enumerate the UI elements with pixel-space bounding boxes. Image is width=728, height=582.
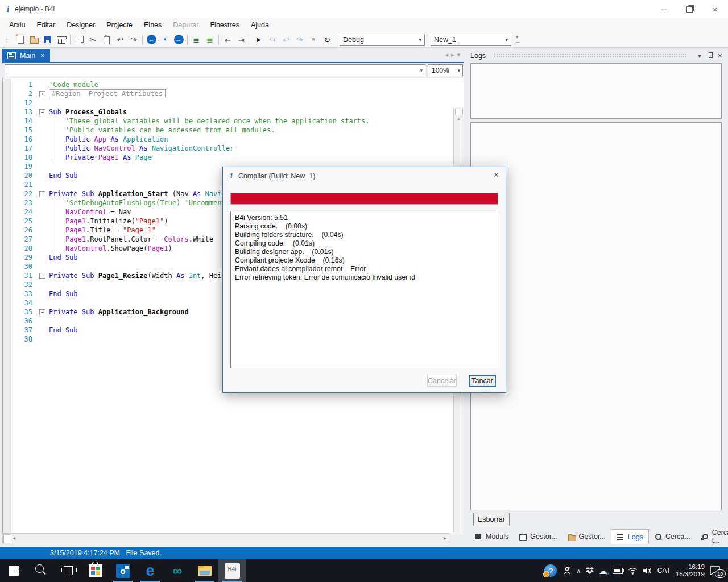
line-number[interactable]: 24 bbox=[3, 207, 39, 217]
line-number[interactable]: 29 bbox=[3, 253, 39, 262]
collapse-icon[interactable]: − bbox=[39, 191, 46, 197]
outlook-button[interactable]: o bbox=[109, 559, 136, 582]
toolbar-grip[interactable]: ⋮ bbox=[0, 33, 14, 47]
redo-icon[interactable]: ↷ bbox=[127, 33, 140, 47]
start-button[interactable] bbox=[0, 559, 27, 582]
dialog-close-icon[interactable]: × bbox=[494, 171, 499, 180]
file-explorer-button[interactable] bbox=[191, 559, 218, 582]
tab-scroll-arrows[interactable]: ◂▸▾ bbox=[445, 51, 463, 59]
horizontal-scrollbar[interactable]: ◂ ▸ bbox=[2, 533, 449, 543]
line-number[interactable]: 34 bbox=[3, 298, 39, 307]
line-number[interactable]: 23 bbox=[3, 198, 39, 207]
comment-icon[interactable]: ≣ bbox=[189, 33, 203, 47]
line-number[interactable]: 13 bbox=[3, 107, 39, 117]
restore-button[interactable] bbox=[677, 0, 702, 18]
navigate-forward-icon[interactable]: → bbox=[172, 33, 185, 47]
menu-item-finestres[interactable]: Finestres bbox=[204, 19, 245, 31]
step-over-icon[interactable]: ↪ bbox=[266, 33, 279, 47]
panel-tab-magnifier[interactable]: Cerca... bbox=[649, 529, 696, 544]
tancar-button[interactable]: Tancar bbox=[469, 375, 496, 387]
pin-icon[interactable] bbox=[708, 52, 713, 60]
code-line-17[interactable]: 17 Public NavControl As NavigationContro… bbox=[3, 144, 464, 153]
indent-icon[interactable]: ⇥ bbox=[234, 33, 248, 47]
scroll-left-icon[interactable]: ◂ bbox=[13, 535, 15, 541]
tab-close-icon[interactable]: × bbox=[40, 52, 45, 59]
sync-tray-icon[interactable]: ☁↻ bbox=[599, 567, 607, 575]
clock[interactable]: 16:19 15/3/2019 bbox=[676, 563, 705, 578]
zoom-dropdown[interactable]: 100% ▾ bbox=[428, 64, 463, 76]
panel-tab-folder[interactable]: Gestor... bbox=[562, 529, 611, 544]
line-number[interactable]: 38 bbox=[3, 335, 39, 344]
line-number[interactable]: 25 bbox=[3, 217, 39, 226]
new-file-icon[interactable] bbox=[14, 33, 27, 47]
rebuild-icon[interactable]: ↻ bbox=[320, 33, 334, 47]
undo-icon[interactable]: ↶ bbox=[113, 33, 127, 47]
line-number[interactable]: 27 bbox=[3, 235, 39, 244]
run-icon[interactable]: ▶ bbox=[252, 33, 266, 47]
collapse-icon[interactable]: − bbox=[39, 273, 46, 279]
close-button[interactable]: × bbox=[702, 0, 728, 18]
action-center-button[interactable]: 10 bbox=[710, 566, 722, 576]
scroll-right-icon[interactable]: ▸ bbox=[444, 535, 446, 541]
panel-tab-searchplus[interactable]: Cercar t... bbox=[696, 529, 728, 544]
code-line-2[interactable]: 2+#Region Project Attributes bbox=[3, 89, 464, 98]
scroll-up-icon[interactable]: ▲ bbox=[454, 116, 464, 122]
line-number[interactable]: 30 bbox=[3, 262, 39, 271]
code-line-14[interactable]: 14 'These global variables will be decla… bbox=[3, 117, 464, 126]
splitter-handle[interactable] bbox=[455, 109, 463, 115]
navigate-back-icon[interactable]: ← bbox=[144, 33, 158, 47]
code-line-1[interactable]: 1'Code module bbox=[3, 80, 464, 89]
line-number[interactable]: 28 bbox=[3, 244, 39, 253]
copy-icon[interactable] bbox=[72, 33, 86, 47]
collapse-icon[interactable]: − bbox=[39, 109, 46, 115]
menu-item-ajuda[interactable]: Ajuda bbox=[245, 19, 275, 31]
minimize-button[interactable]: ─ bbox=[651, 0, 677, 18]
line-number[interactable]: 33 bbox=[3, 289, 39, 298]
code-line-18[interactable]: 18 Private Page1 As Page bbox=[3, 153, 464, 162]
line-number[interactable]: 22 bbox=[3, 189, 39, 198]
microsoft-store-button[interactable] bbox=[82, 559, 109, 582]
open-project-icon[interactable] bbox=[27, 33, 41, 47]
line-number[interactable]: 14 bbox=[3, 117, 39, 126]
line-number[interactable]: 18 bbox=[3, 153, 39, 162]
line-number[interactable]: 35 bbox=[3, 307, 39, 317]
wifi-icon[interactable] bbox=[628, 567, 638, 575]
code-line-13[interactable]: 13−Sub Process_Globals bbox=[3, 107, 464, 117]
chevron-down-icon[interactable]: ▼ bbox=[697, 53, 702, 59]
step-into-icon[interactable]: ↩ bbox=[279, 33, 293, 47]
menu-item-editar[interactable]: Editar bbox=[31, 19, 61, 31]
step-out-icon[interactable]: ↷ bbox=[293, 33, 307, 47]
menu-item-arxiu[interactable]: Arxiu bbox=[3, 19, 31, 31]
splitter-handle[interactable] bbox=[3, 534, 11, 543]
task-view-button[interactable] bbox=[55, 559, 82, 582]
panel-tab-book[interactable]: Gestor... bbox=[514, 529, 562, 544]
panel-tab-lines[interactable]: Logs bbox=[611, 529, 649, 544]
member-jump-dropdown[interactable]: ▾ bbox=[5, 64, 425, 76]
panel-tab-modules[interactable]: Mòduls bbox=[469, 529, 514, 544]
b4i-bridge-tray-icon[interactable]: ? bbox=[544, 564, 557, 577]
line-number[interactable]: 31 bbox=[3, 271, 39, 280]
tab-main[interactable]: Main × bbox=[2, 49, 50, 62]
paste-icon[interactable] bbox=[100, 33, 113, 47]
build-config-dropdown[interactable]: New_1 ▾ bbox=[431, 34, 511, 46]
collapse-icon[interactable]: − bbox=[39, 309, 46, 315]
toolbar-overflow-icon[interactable]: ▾─ bbox=[516, 35, 519, 45]
clear-logs-button[interactable]: Esborrar bbox=[473, 513, 510, 526]
cut-icon[interactable]: ✂ bbox=[86, 33, 100, 47]
line-number[interactable]: 12 bbox=[3, 98, 39, 107]
close-icon[interactable]: × bbox=[718, 52, 722, 60]
b4i-taskbar-button[interactable]: B4i bbox=[218, 559, 246, 582]
package-icon[interactable] bbox=[55, 33, 68, 47]
tray-expand-chevron-icon[interactable]: ∧ bbox=[576, 568, 580, 574]
line-number[interactable]: 16 bbox=[3, 135, 39, 144]
menu-item-eines[interactable]: Eines bbox=[138, 19, 167, 31]
line-number[interactable]: 17 bbox=[3, 144, 39, 153]
stop-icon[interactable]: ■ bbox=[307, 33, 320, 47]
menu-item-projecte[interactable]: Projecte bbox=[101, 19, 138, 31]
menu-item-designer[interactable]: Designer bbox=[61, 19, 101, 31]
taskbar-search-button[interactable] bbox=[27, 559, 55, 582]
logs-panel-header[interactable]: Logs ▼ × bbox=[470, 50, 722, 61]
arduino-button[interactable]: ∞ bbox=[164, 559, 191, 582]
log-output-top[interactable] bbox=[470, 63, 722, 119]
volume-icon[interactable] bbox=[643, 567, 652, 575]
